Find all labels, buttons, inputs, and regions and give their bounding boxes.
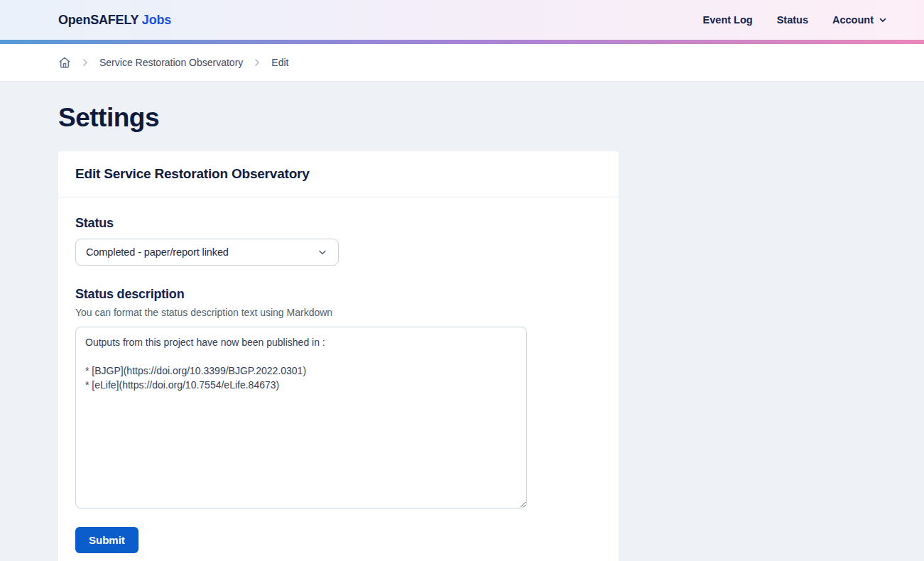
- status-select[interactable]: Completed - paper/report linked: [75, 239, 339, 266]
- chevron-down-icon: [878, 15, 888, 25]
- card-body: Status Completed - paper/report linked S…: [58, 197, 619, 561]
- status-description-textarea[interactable]: Outputs from this project have now been …: [75, 327, 527, 508]
- nav-status[interactable]: Status: [777, 14, 808, 26]
- breadcrumb: Service Restoration Observatory Edit: [58, 56, 288, 69]
- brand-name-primary: OpenSAFELY: [58, 13, 138, 27]
- description-field-group: Status description You can format the st…: [75, 287, 602, 508]
- breadcrumb-item-project[interactable]: Service Restoration Observatory: [99, 57, 243, 68]
- submit-button[interactable]: Submit: [75, 527, 138, 553]
- nav-account-label: Account: [832, 14, 874, 26]
- brand-name-secondary: Jobs: [142, 13, 171, 27]
- chevron-right-icon: [252, 58, 262, 67]
- edit-project-card: Edit Service Restoration Observatory Sta…: [58, 151, 619, 561]
- breadcrumb-item-edit[interactable]: Edit: [271, 57, 288, 68]
- description-field-help: You can format the status description te…: [75, 307, 602, 318]
- site-header: OpenSAFELY Jobs Event Log Status Account: [0, 0, 924, 40]
- card-title: Edit Service Restoration Observatory: [75, 166, 602, 182]
- description-field-label: Status description: [75, 287, 602, 302]
- chevron-right-icon: [80, 58, 90, 67]
- main-content: Settings Edit Service Restoration Observ…: [0, 82, 924, 561]
- status-field-label: Status: [75, 216, 602, 231]
- nav-status-label: Status: [777, 14, 808, 26]
- page-title: Settings: [58, 103, 924, 133]
- nav-event-log[interactable]: Event Log: [703, 14, 753, 26]
- nav-account-menu[interactable]: Account: [832, 14, 888, 26]
- home-icon[interactable]: [58, 56, 71, 69]
- status-field-group: Status Completed - paper/report linked: [75, 216, 602, 266]
- breadcrumb-bar: Service Restoration Observatory Edit: [0, 44, 924, 82]
- top-nav: Event Log Status Account: [703, 14, 888, 26]
- nav-event-log-label: Event Log: [703, 14, 753, 26]
- brand-logo[interactable]: OpenSAFELY Jobs: [58, 13, 171, 28]
- chevron-down-icon: [317, 246, 328, 258]
- card-header: Edit Service Restoration Observatory: [58, 151, 619, 197]
- status-select-value: Completed - paper/report linked: [86, 246, 229, 258]
